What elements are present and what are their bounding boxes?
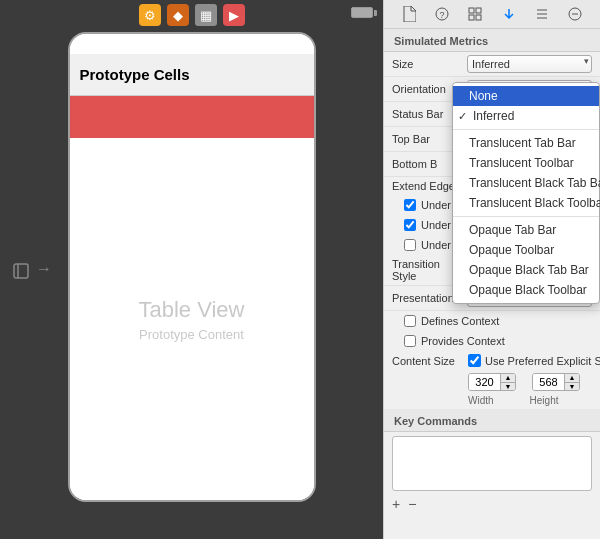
table-view-label: Table View bbox=[139, 297, 245, 323]
simulated-metrics-title: Simulated Metrics bbox=[384, 29, 600, 52]
svg-text:?: ? bbox=[439, 10, 444, 20]
key-commands-remove-button[interactable]: − bbox=[408, 497, 416, 511]
height-stepper[interactable]: ▲ ▼ bbox=[532, 373, 580, 391]
inspector-icon-list[interactable] bbox=[532, 4, 552, 24]
width-label: Width bbox=[468, 395, 494, 406]
key-commands-add-button[interactable]: + bbox=[392, 497, 400, 511]
height-stepper-buttons: ▲ ▼ bbox=[565, 373, 579, 391]
inspector-icon-help[interactable]: ? bbox=[432, 4, 452, 24]
phone-status-bar bbox=[70, 34, 314, 54]
defines-context-row: Defines Context bbox=[384, 311, 600, 331]
width-stepper[interactable]: ▲ ▼ bbox=[468, 373, 516, 391]
svg-rect-5 bbox=[476, 8, 481, 13]
dropdown-item-translucent-black-toolbar[interactable]: Translucent Black Toolbar bbox=[453, 193, 599, 213]
canvas-area: ⚙ ◆ ▦ ▶ Prototype Cells Table View Proto… bbox=[0, 0, 383, 539]
size-row: Size Inferred bbox=[384, 52, 600, 77]
inspector-icon-arrow[interactable] bbox=[499, 4, 519, 24]
content-size-row: Content Size Use Preferred Explicit Size bbox=[384, 351, 600, 370]
dropdown-item-inferred[interactable]: ✓Inferred bbox=[453, 106, 599, 126]
under-opaque-bars-checkbox[interactable] bbox=[404, 239, 416, 251]
inspector-panel: ? bbox=[383, 0, 600, 539]
toolbar-icon-play[interactable]: ▶ bbox=[223, 4, 245, 26]
dropdown-item-translucent-tab-bar[interactable]: Translucent Tab Bar bbox=[453, 133, 599, 153]
top-toolbar: ⚙ ◆ ▦ ▶ bbox=[0, 0, 383, 30]
arrow-right-icon: → bbox=[36, 260, 52, 278]
svg-rect-7 bbox=[476, 15, 481, 20]
inspector-icon-circle[interactable] bbox=[565, 4, 585, 24]
toolbar-icon-settings[interactable]: ⚙ bbox=[139, 4, 161, 26]
content-size-label: Content Size bbox=[392, 355, 464, 367]
battery-icon bbox=[351, 7, 373, 18]
size-select-wrapper[interactable]: Inferred bbox=[467, 55, 592, 73]
toolbar-icon-shape[interactable]: ◆ bbox=[167, 4, 189, 26]
defines-context-label: Defines Context bbox=[421, 315, 499, 327]
use-preferred-checkbox[interactable] bbox=[468, 354, 481, 367]
phone-content: Table View Prototype Content bbox=[70, 96, 314, 500]
key-commands-box bbox=[392, 436, 592, 491]
provides-context-checkbox[interactable] bbox=[404, 335, 416, 347]
width-stepper-buttons: ▲ ▼ bbox=[501, 373, 515, 391]
dropdown-item-opaque-toolbar[interactable]: Opaque Toolbar bbox=[453, 240, 599, 260]
dropdown-item-none[interactable]: None bbox=[453, 86, 599, 106]
prototype-cells-title: Prototype Cells bbox=[80, 66, 190, 83]
key-commands-footer: + − bbox=[384, 495, 600, 513]
dropdown-separator-1 bbox=[453, 129, 599, 130]
phone-frame: Prototype Cells Table View Prototype Con… bbox=[68, 32, 316, 502]
svg-rect-4 bbox=[469, 8, 474, 13]
red-cell bbox=[70, 96, 314, 138]
under-bottom-bars-checkbox[interactable] bbox=[404, 219, 416, 231]
dropdown-item-opaque-black-toolbar[interactable]: Opaque Black Toolbar bbox=[453, 280, 599, 300]
key-commands-title: Key Commands bbox=[384, 409, 600, 432]
under-top-bars-checkbox[interactable] bbox=[404, 199, 416, 211]
width-decrement-btn[interactable]: ▼ bbox=[501, 383, 515, 392]
svg-rect-6 bbox=[469, 15, 474, 20]
dropdown-item-translucent-black-tab-bar[interactable]: Translucent Black Tab Bar bbox=[453, 173, 599, 193]
inspector-icon-file[interactable] bbox=[399, 4, 419, 24]
width-input[interactable] bbox=[469, 373, 501, 391]
height-decrement-btn[interactable]: ▼ bbox=[565, 383, 579, 392]
width-increment-btn[interactable]: ▲ bbox=[501, 373, 515, 383]
table-view-placeholder: Table View Prototype Content bbox=[70, 138, 314, 500]
defines-context-checkbox[interactable] bbox=[404, 315, 416, 327]
status-bar-dropdown: None ✓Inferred Translucent Tab Bar Trans… bbox=[452, 82, 600, 304]
toolbar-icon-grid[interactable]: ▦ bbox=[195, 4, 217, 26]
size-label: Size bbox=[392, 58, 467, 70]
content-size-numbers-row: ▲ ▼ ▲ ▼ bbox=[384, 370, 600, 394]
size-select[interactable]: Inferred bbox=[467, 55, 592, 73]
wh-labels: Width Height bbox=[384, 394, 600, 409]
dropdown-item-opaque-tab-bar[interactable]: Opaque Tab Bar bbox=[453, 220, 599, 240]
use-preferred-label: Use Preferred Explicit Size bbox=[485, 355, 600, 367]
height-label: Height bbox=[530, 395, 559, 406]
key-commands-section bbox=[384, 432, 600, 495]
dropdown-separator-2 bbox=[453, 216, 599, 217]
dropdown-item-translucent-toolbar[interactable]: Translucent Toolbar bbox=[453, 153, 599, 173]
provides-context-label: Provides Context bbox=[421, 335, 505, 347]
dropdown-item-opaque-black-tab-bar[interactable]: Opaque Black Tab Bar bbox=[453, 260, 599, 280]
svg-rect-0 bbox=[14, 264, 28, 278]
prototype-content-label: Prototype Content bbox=[139, 327, 244, 342]
height-input[interactable] bbox=[533, 373, 565, 391]
phone-nav-bar: Prototype Cells bbox=[70, 54, 314, 96]
provides-context-row: Provides Context bbox=[384, 331, 600, 351]
height-increment-btn[interactable]: ▲ bbox=[565, 373, 579, 383]
left-panel-icon[interactable] bbox=[10, 260, 32, 282]
inspector-top-icons: ? bbox=[384, 0, 600, 29]
inspector-icon-grid[interactable] bbox=[465, 4, 485, 24]
